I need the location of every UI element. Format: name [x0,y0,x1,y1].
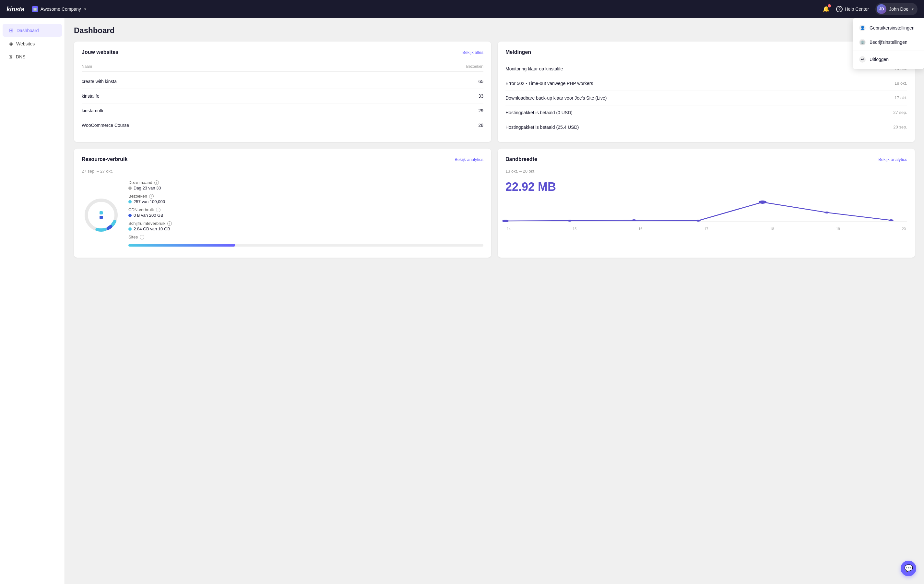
chat-button[interactable]: 💬 [901,561,916,576]
chart-label-18: 18 [771,227,774,231]
help-label: Help Center [845,7,869,12]
table-row[interactable]: kinstalife33 [82,89,483,104]
company-name: Awesome Company [41,7,81,12]
chart-label-17: 17 [704,227,708,231]
sites-progress-fill [129,244,235,247]
resource-content: Deze maand i Dag 23 van 30 Bezoeken [82,180,483,250]
schijf-info-icon[interactable]: i [167,221,172,226]
table-row[interactable]: WooCommerce Course28 [82,118,483,132]
company-selector[interactable]: 🏢 Awesome Company ▼ [32,6,87,12]
col-visits-label: Bezoeken [466,64,483,69]
sidebar-item-dashboard[interactable]: ⊞ Dashboard [3,24,62,36]
meldingen-list: Monitoring klaar op kinstalife19 okt.Err… [505,62,907,134]
cdn-dot [129,214,132,217]
layout: ⊞ Dashboard ◈ Websites ⧖ DNS Dashboard J… [0,0,924,584]
sidebar-item-websites[interactable]: ◈ Websites [3,37,62,50]
stat-bezoeken: Bezoeken i 257 van 100,000 [129,194,483,204]
dropdown-item-gebruikersinstellingen[interactable]: 👤 Gebruikersinstellingen [853,21,924,35]
notifications-button[interactable]: 🔔 [823,5,830,13]
resource-card-title: Resource-verbruik [82,156,127,162]
website-name: kinstalife [82,93,478,99]
notification-badge [828,4,831,7]
cdn-info-icon[interactable]: i [156,208,160,212]
meldingen-card-title: Meldingen [505,49,531,55]
bandwidth-card-header: Bandbreedte Bekijk analytics [505,156,907,162]
notification-text: Monitoring klaar op kinstalife [505,66,894,71]
svg-point-11 [889,219,894,221]
sites-info-icon[interactable]: i [140,235,144,240]
svg-point-8 [696,220,701,222]
bandwidth-card: Bandbreedte Bekijk analytics 13 okt. – 2… [498,149,915,258]
bedrijfsinstellingen-icon: 🏢 [859,39,866,45]
avatar: JD [877,4,886,14]
main-content: Dashboard Jouw websites Bekijk alles Naa… [65,18,924,584]
sidebar-label-websites: Websites [16,41,35,46]
websites-card-title: Jouw websites [82,49,118,55]
donut-dot-teal [99,211,103,215]
website-visits: 65 [478,79,483,84]
chart-label-20: 20 [902,227,906,231]
notification-item[interactable]: Hostingpakket is betaald (0 USD)27 sep. [505,106,907,120]
user-menu-button[interactable]: JD John Doe ▼ [875,3,917,15]
chart-labels: 14 15 16 17 18 19 20 [505,227,907,231]
website-visits: 28 [478,122,483,128]
dropdown-label-gebruikersinstellingen: Gebruikersinstellingen [870,25,914,30]
dropdown-label-uitloggen: Uitloggen [870,57,889,62]
notification-date: 18 okt. [894,81,907,86]
dashboard-icon: ⊞ [9,27,13,33]
notification-item[interactable]: Hostingpakket is betaald (25.4 USD)20 se… [505,120,907,134]
websites-card: Jouw websites Bekijk alles Naam Bezoeken… [74,41,491,142]
svg-point-5 [502,220,509,222]
user-name: John Doe [889,7,908,12]
resource-stats: Deze maand i Dag 23 van 30 Bezoeken [129,180,483,250]
sidebar-label-dns: DNS [16,54,26,60]
stat-sites-label: Sites i [129,235,483,240]
notification-text: Downloadbare back-up klaar voor Joe's Si… [505,95,894,101]
donut-chart [82,196,120,235]
dropdown-item-uitloggen[interactable]: ↩ Uitloggen [853,52,924,66]
notification-item[interactable]: Downloadbare back-up klaar voor Joe's Si… [505,91,907,106]
stat-schijf-label: Schijfruimteverbruik i [129,221,483,226]
website-name: kinstamulti [82,108,478,113]
website-visits: 29 [478,108,483,113]
stat-bezoeken-label: Bezoeken i [129,194,483,199]
notification-item[interactable]: Error 502 - Time-out vanwege PHP workers… [505,76,907,91]
websites-table-body: create with kinsta65kinstalife33kinstamu… [82,74,483,132]
svg-point-6 [568,220,572,222]
dropdown-item-bedrijfsinstellingen[interactable]: 🏢 Bedrijfsinstellingen [853,35,924,49]
website-name: create with kinsta [82,79,478,84]
resource-analytics-link[interactable]: Bekijk analytics [455,157,483,162]
table-row[interactable]: create with kinsta65 [82,74,483,89]
website-visits: 33 [478,93,483,99]
resource-card: Resource-verbruik Bekijk analytics 27 se… [74,149,491,258]
websites-card-header: Jouw websites Bekijk alles [82,49,483,55]
donut-center [99,211,103,219]
user-chevron-icon: ▼ [911,7,914,11]
deze-maand-info-icon[interactable]: i [154,180,159,185]
notification-item[interactable]: Monitoring klaar op kinstalife19 okt. [505,62,907,76]
websites-table-header: Naam Bezoeken [82,62,483,72]
notification-text: Hostingpakket is betaald (25.4 USD) [505,124,893,130]
websites-bekijk-alles-link[interactable]: Bekijk alles [462,50,483,55]
help-button[interactable]: ? Help Center [836,6,869,12]
stat-cdn: CDN-verbruik i 0 B van 200 GB [129,207,483,218]
chart-label-16: 16 [639,227,642,231]
table-row[interactable]: kinstamulti29 [82,104,483,118]
gebruikersinstellingen-icon: 👤 [859,25,866,31]
resource-date-range: 27 sep. – 27 okt. [82,169,483,174]
top-cards-row: Jouw websites Bekijk alles Naam Bezoeken… [74,41,915,142]
sidebar-item-dns[interactable]: ⧖ DNS [3,51,62,63]
stat-schijf: Schijfruimteverbruik i 2.84 GB van 10 GB [129,221,483,231]
dns-icon: ⧖ [9,54,13,60]
stat-cdn-label: CDN-verbruik i [129,207,483,212]
schijf-dot [129,227,132,231]
company-icon: 🏢 [32,6,38,12]
bezoeken-info-icon[interactable]: i [149,194,153,199]
col-name-label: Naam [82,64,466,69]
stat-cdn-value: 0 B van 200 GB [129,213,483,218]
user-dropdown-menu: 👤 Gebruikersinstellingen 🏢 Bedrijfsinste… [853,18,924,69]
dropdown-divider [853,51,924,51]
notification-text: Hostingpakket is betaald (0 USD) [505,110,893,115]
sites-progress-bar [129,244,483,247]
bandwidth-analytics-link[interactable]: Bekijk analytics [878,157,907,162]
